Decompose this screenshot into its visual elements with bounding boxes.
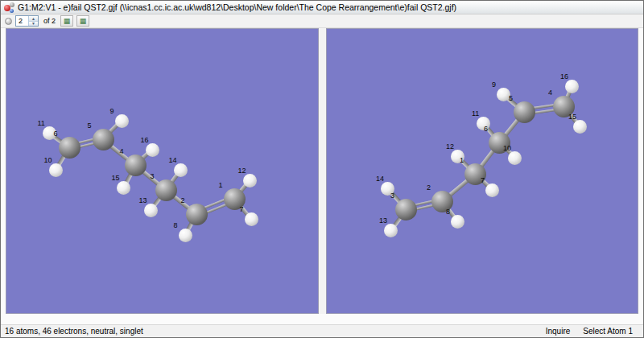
- atom-number-label: 4: [120, 147, 124, 155]
- atom-C5[interactable]: [514, 101, 535, 123]
- atom-C6[interactable]: [59, 137, 80, 159]
- atom-number-label: 6: [54, 130, 58, 138]
- atom-number-label: 11: [38, 119, 45, 127]
- atom-H7[interactable]: [245, 212, 258, 226]
- atom-H16[interactable]: [565, 80, 579, 93]
- atom-number-label: 15: [568, 113, 576, 121]
- atom-H15[interactable]: [573, 120, 587, 134]
- atom-C3[interactable]: [395, 199, 417, 221]
- atom-number-label: 16: [141, 136, 149, 144]
- atom-number-label: 1: [219, 181, 223, 189]
- atom-number-label: 14: [169, 156, 177, 164]
- atom-number-label: 7: [481, 176, 485, 184]
- atom-C5[interactable]: [93, 129, 114, 150]
- atom-H8[interactable]: [179, 229, 192, 242]
- app-icon-blue-atom: [10, 9, 14, 13]
- frame-toolbar: 2 ▲ ▼ of 2 ▦ ▦: [1, 14, 643, 28]
- atom-number-label: 16: [560, 72, 568, 80]
- atom-H10[interactable]: [508, 151, 522, 165]
- atom-H9[interactable]: [115, 114, 129, 128]
- atom-H10[interactable]: [49, 163, 63, 177]
- inquire-mode-label: Inquire: [546, 327, 571, 336]
- atom-H13[interactable]: [384, 224, 398, 237]
- status-bar: 16 atoms, 46 electrons, neutral, singlet…: [1, 324, 643, 337]
- atom-number-label: 10: [44, 156, 52, 164]
- molecule-panel-left[interactable]: 12345678910111213141516: [6, 28, 319, 314]
- atom-number-label: 14: [376, 175, 384, 183]
- atom-number-label: 12: [446, 142, 454, 150]
- frame-down-button[interactable]: ▼: [29, 21, 38, 27]
- molecule-panel-right[interactable]: 12345678910111213141516: [326, 28, 639, 314]
- app-icon-gray-atom: [10, 2, 14, 7]
- atom-number-label: 2: [181, 196, 185, 204]
- atom-number-label: 10: [503, 144, 511, 152]
- atom-number-label: 13: [379, 216, 387, 225]
- status-right: Inquire Select Atom 1: [546, 327, 639, 336]
- atom-number-label: 9: [492, 80, 496, 89]
- atom-number-label: 3: [151, 172, 155, 180]
- atom-H14[interactable]: [174, 163, 188, 177]
- frame-spinner[interactable]: 2 ▲ ▼: [15, 15, 39, 27]
- atom-H15[interactable]: [117, 181, 130, 195]
- title-bar[interactable]: G1:M2:V1 - e)fail QST2.gjf (\\icnas1.cc.…: [1, 1, 643, 14]
- atom-H16[interactable]: [146, 143, 159, 157]
- frame-spinner-arrows: ▲ ▼: [28, 16, 38, 26]
- window-title: G1:M2:V1 - e)fail QST2.gjf (\\icnas1.cc.…: [18, 2, 456, 12]
- atom-number-label: 4: [548, 89, 552, 97]
- frame-number-value[interactable]: 2: [16, 16, 28, 26]
- atom-number-label: 9: [110, 107, 114, 115]
- panel-divider[interactable]: [319, 28, 326, 314]
- atom-number-label: 5: [509, 94, 513, 102]
- frame-indicator-icon: [5, 18, 12, 25]
- atom-H12[interactable]: [243, 174, 257, 188]
- atom-number-label: 8: [446, 208, 450, 216]
- atom-number-label: 6: [484, 125, 488, 133]
- select-mode-label: Select Atom 1: [583, 327, 633, 336]
- atom-number-label: 15: [112, 174, 120, 182]
- atom-H8[interactable]: [451, 215, 464, 229]
- animate-frames-button[interactable]: ▦: [76, 15, 89, 27]
- atom-H13[interactable]: [144, 204, 158, 217]
- atom-C4[interactable]: [125, 155, 147, 176]
- workspace: 12345678910111213141516 1234567891011121…: [1, 28, 643, 324]
- frame-table-button[interactable]: ▦: [60, 15, 73, 27]
- atom-number-label: 8: [174, 221, 178, 229]
- atom-number-label: 1: [460, 156, 464, 164]
- gaussview-window: G1:M2:V1 - e)fail QST2.gjf (\\icnas1.cc.…: [0, 0, 644, 338]
- atom-H7[interactable]: [485, 183, 499, 197]
- atom-number-label: 13: [139, 196, 147, 204]
- molecule-summary: 16 atoms, 46 electrons, neutral, singlet: [5, 327, 143, 336]
- atom-number-label: 12: [238, 167, 246, 175]
- app-icon: [4, 2, 14, 13]
- atom-number-label: 2: [427, 183, 431, 192]
- frame-count-label: of 2: [42, 17, 57, 25]
- atom-number-label: 3: [390, 192, 394, 200]
- atom-C2[interactable]: [186, 204, 208, 225]
- atom-C3[interactable]: [155, 179, 177, 201]
- atom-number-label: 7: [240, 205, 244, 213]
- atom-number-label: 5: [88, 122, 92, 130]
- atom-number-label: 11: [472, 109, 479, 117]
